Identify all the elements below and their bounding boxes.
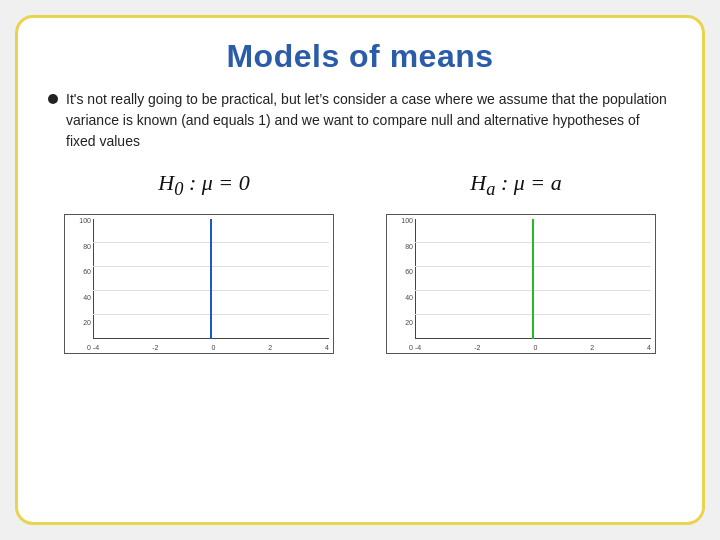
chart-h0-vline	[210, 219, 212, 339]
formulas-row: H0 : μ = 0 Ha : μ = a	[48, 170, 672, 200]
chart-ha-plot	[415, 219, 651, 339]
chart-ha-box: 100 80 60 40 20 0	[386, 214, 656, 354]
x-label-neg4: -4	[93, 344, 99, 351]
ya-label-0: 0	[409, 344, 413, 351]
chart-h0-yline	[93, 219, 94, 339]
ya-label-20: 20	[405, 319, 413, 326]
ya-label-40: 40	[405, 294, 413, 301]
xa-label-neg2: -2	[474, 344, 480, 351]
charts-row: 100 80 60 40 20 0	[48, 214, 672, 354]
chart-h0-x-labels: -4 -2 0 2 4	[93, 344, 329, 351]
x-label-neg2: -2	[152, 344, 158, 351]
chart-h0-plot	[93, 219, 329, 339]
ya-label-80: 80	[405, 243, 413, 250]
formula-alt: Ha : μ = a	[470, 170, 561, 200]
y-label-60: 60	[83, 268, 91, 275]
chart-h0-box: 100 80 60 40 20 0	[64, 214, 334, 354]
xa-label-neg4: -4	[415, 344, 421, 351]
chart-ha-vline	[532, 219, 534, 339]
x-label-4: 4	[325, 344, 329, 351]
chart-ha-y-axis: 100 80 60 40 20 0	[387, 215, 415, 353]
ya-label-100: 100	[401, 217, 413, 224]
chart-h0: 100 80 60 40 20 0	[64, 214, 334, 354]
slide: Models of means It's not really going to…	[15, 15, 705, 525]
y-label-20: 20	[83, 319, 91, 326]
chart-ha-x-labels: -4 -2 0 2 4	[415, 344, 651, 351]
xa-label-0: 0	[533, 344, 537, 351]
y-label-0: 0	[87, 344, 91, 351]
xa-label-4: 4	[647, 344, 651, 351]
chart-h0-y-axis: 100 80 60 40 20 0	[65, 215, 93, 353]
chart-ha-yline	[415, 219, 416, 339]
slide-title: Models of means	[48, 38, 672, 75]
bullet-section: It's not really going to be practical, b…	[48, 89, 672, 152]
y-label-40: 40	[83, 294, 91, 301]
y-label-100: 100	[79, 217, 91, 224]
x-label-2: 2	[268, 344, 272, 351]
ya-label-60: 60	[405, 268, 413, 275]
chart-ha: 100 80 60 40 20 0	[386, 214, 656, 354]
bullet-dot	[48, 94, 58, 104]
formula-null: H0 : μ = 0	[158, 170, 249, 200]
y-label-80: 80	[83, 243, 91, 250]
bullet-text: It's not really going to be practical, b…	[66, 89, 672, 152]
x-label-0: 0	[211, 344, 215, 351]
xa-label-2: 2	[590, 344, 594, 351]
